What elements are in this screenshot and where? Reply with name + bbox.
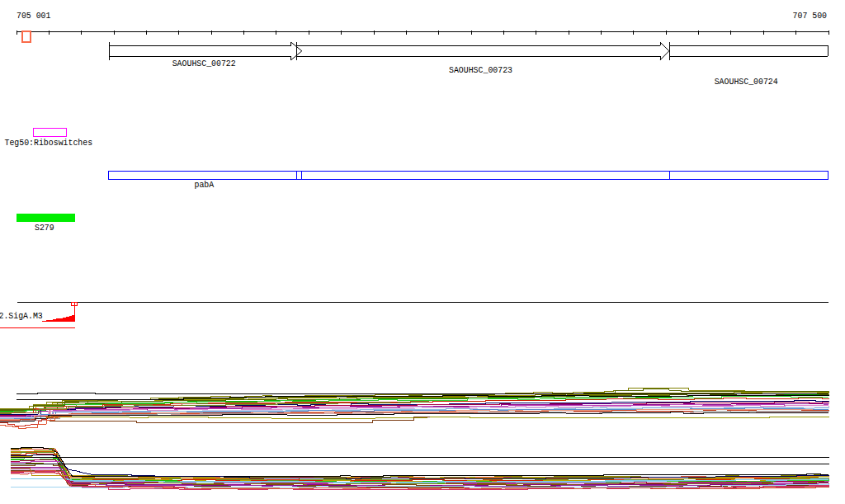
svg-text:705 001: 705 001 bbox=[17, 11, 51, 21]
svg-text:S279: S279 bbox=[35, 223, 54, 233]
svg-text:SAOUHSC_00724: SAOUHSC_00724 bbox=[715, 77, 778, 87]
svg-text:2.SigA.M3: 2.SigA.M3 bbox=[0, 311, 43, 321]
svg-text:SAOUHSC_00723: SAOUHSC_00723 bbox=[449, 65, 512, 75]
svg-text:pabA: pabA bbox=[195, 180, 215, 190]
svg-text:707 500: 707 500 bbox=[793, 11, 827, 21]
svg-text:Teg50:Riboswitches: Teg50:Riboswitches bbox=[5, 138, 93, 148]
svg-text:SAOUHSC_00722: SAOUHSC_00722 bbox=[172, 59, 236, 68]
